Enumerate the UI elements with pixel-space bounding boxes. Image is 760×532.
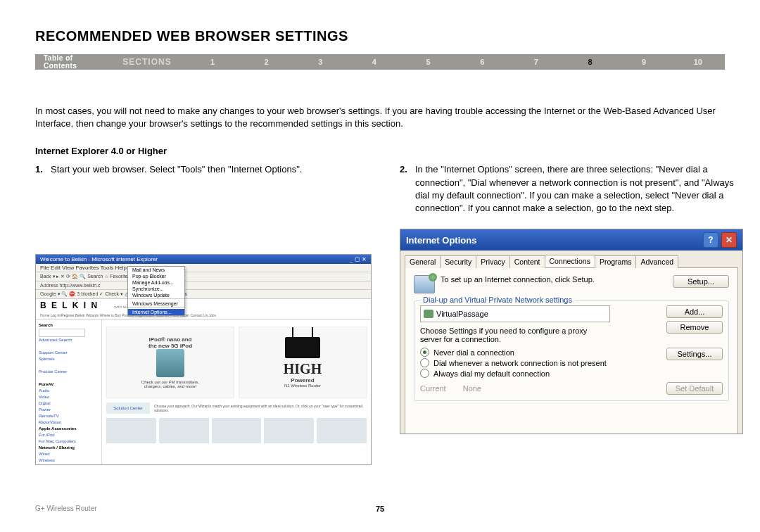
tab-privacy[interactable]: Privacy (476, 255, 509, 268)
radio-icon (420, 358, 429, 367)
section-1[interactable]: 1 (186, 58, 240, 66)
setup-button[interactable]: Setup... (673, 275, 729, 288)
radio-icon (420, 369, 429, 378)
section-8[interactable]: 8 (563, 58, 617, 66)
solution-center-label: Solution Center (106, 403, 150, 414)
ie-screenshot: Welcome to Belkin - Microsoft Internet E… (35, 254, 372, 465)
page-title: RECOMMENDED WEB BROWSER SETTINGS (35, 28, 725, 44)
radio-always-dial[interactable]: Always dial my default connection (420, 369, 723, 378)
close-icon[interactable]: ✕ (721, 232, 737, 248)
intro-paragraph: In most cases, you will not need to make… (35, 105, 725, 130)
belkin-site-nav: Home Log In/Register Belkin Wizards Wher… (36, 312, 371, 319)
step-1: 1. Start your web browser. Select "Tools… (35, 163, 372, 176)
dialog-titlebar: Internet Options ? ✕ (400, 229, 742, 251)
internet-options-dialog: Internet Options ? ✕ General Security Pr… (400, 229, 743, 434)
section-10[interactable]: 10 (671, 58, 725, 66)
section-3[interactable]: 3 (293, 58, 348, 66)
section-4[interactable]: 4 (348, 58, 402, 66)
add-button[interactable]: Add... (666, 305, 723, 318)
tab-connections[interactable]: Connections (545, 255, 595, 267)
tab-programs[interactable]: Programs (595, 255, 637, 268)
toc-link[interactable]: Table of Contents (44, 54, 106, 70)
belkin-logo: B E L K I N (40, 298, 99, 313)
tab-advanced[interactable]: Advanced (635, 255, 678, 268)
setup-text: To set up an Internet connection, click … (441, 275, 667, 284)
set-default-button: Set Default (666, 382, 723, 395)
current-label: Current (420, 384, 446, 393)
dialog-tabs: General Security Privacy Content Connect… (400, 251, 742, 267)
vpn-listbox[interactable]: VirtualPassage (420, 305, 610, 322)
ad-router: HIGH Powered N1 Wireless Router (239, 327, 367, 398)
dialup-fieldset: Dial-up and Virtual Private Network sett… (414, 300, 729, 401)
page-number: 75 (376, 505, 384, 513)
tab-content[interactable]: Content (509, 255, 545, 268)
section-2[interactable]: 2 (239, 58, 293, 66)
ie-titlebar: Welcome to Belkin - Microsoft Internet E… (36, 255, 371, 264)
settings-hint: Choose Settings if you need to configure… (420, 327, 603, 343)
tab-general[interactable]: General (405, 255, 441, 268)
section-navbar: Table of Contents SECTIONS 1 2 3 4 5 6 7… (35, 54, 725, 70)
belkin-sidebar: Search Advanced Search Support Center Sp… (36, 319, 102, 465)
tab-security[interactable]: Security (440, 255, 476, 268)
current-value: None (463, 384, 481, 393)
radio-icon (420, 348, 429, 357)
vpn-item: VirtualPassage (436, 310, 488, 318)
ie-toolbar: Back ▾ ▸ ✕ ⟳ 🏠 🔍 Search ☆ Favorites ✉ (36, 272, 371, 281)
connections-panel: To set up an Internet connection, click … (405, 267, 738, 434)
network-icon (414, 275, 435, 293)
section-9[interactable]: 9 (617, 58, 671, 66)
step-1-text: Start your web browser. Select "Tools" t… (51, 163, 372, 176)
ie-title-text: Welcome to Belkin - Microsoft Internet E… (40, 256, 158, 262)
ie-menubar: File Edit View Favorites Tools Help (36, 264, 371, 272)
settings-button[interactable]: Settings... (666, 348, 723, 360)
dialog-title: Internet Options (406, 235, 476, 246)
sections-label: SECTIONS (122, 57, 171, 67)
help-icon[interactable]: ? (703, 232, 718, 248)
remove-button[interactable]: Remove (666, 321, 723, 334)
page-footer: G+ Wireless Router 75 (35, 505, 725, 512)
section-7[interactable]: 7 (509, 58, 564, 66)
internet-options-menu-item[interactable]: Internet Options... (128, 309, 184, 315)
tools-dropdown: Mail and News Pop-up Blocker Manage Add-… (127, 266, 185, 316)
step-1-num: 1. (35, 163, 51, 176)
vpn-icon (424, 310, 433, 318)
footer-product: G+ Wireless Router (35, 505, 97, 512)
ie-address: Address http://www.belkin.c (36, 281, 371, 290)
step-2: 2. In the "Internet Options" screen, the… (400, 163, 743, 215)
section-5[interactable]: 5 (401, 58, 455, 66)
section-6[interactable]: 6 (455, 58, 509, 66)
ad-ipod: iPod® nano and the new 5G iPod Check out… (106, 327, 234, 398)
step-2-num: 2. (400, 163, 415, 215)
step-2-text: In the "Internet Options" screen, there … (415, 163, 743, 215)
ie-subheading: Internet Explorer 4.0 or Higher (35, 146, 725, 156)
fieldset-legend: Dial-up and Virtual Private Network sett… (420, 296, 575, 304)
